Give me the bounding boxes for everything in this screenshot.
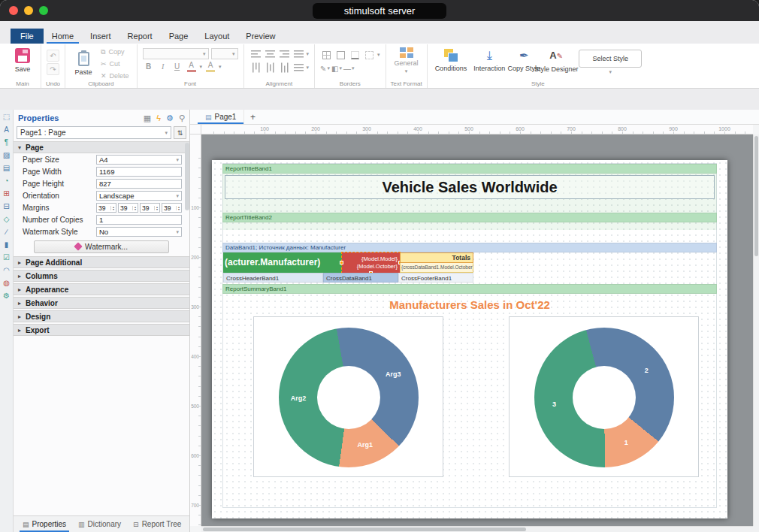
align-options-dropdown[interactable]: ▾ [307, 51, 310, 57]
undo-button[interactable]: ↶ [47, 50, 59, 62]
underline-button[interactable]: U [171, 61, 183, 72]
toolbox-select-icon[interactable]: ⬚ [3, 113, 10, 121]
crosstab-totals-cell[interactable]: Totals [400, 252, 473, 263]
close-window-button[interactable] [9, 6, 18, 15]
select-style-control[interactable]: Select Style ▾ [579, 50, 642, 75]
section-export[interactable]: ▸Export [14, 324, 189, 336]
section-page-additional[interactable]: ▸Page Additional [14, 256, 189, 268]
ribbon-tab-insert[interactable]: Insert [82, 29, 119, 44]
section-behavior[interactable]: ▸Behavior [14, 297, 189, 309]
chart-section-title[interactable]: Manufacturers Sales in Oct'22 [212, 298, 727, 311]
prop-select-orientation[interactable]: Landscape▾ [96, 191, 182, 201]
split-view-icon[interactable]: ▦ [144, 114, 151, 122]
font-color-button[interactable]: A [186, 61, 198, 72]
conditions-button[interactable]: Conditions [433, 47, 470, 74]
interaction-button[interactable]: ⤓ Interaction [471, 47, 507, 74]
align-bottom-icon[interactable] [278, 62, 291, 74]
chart-component-left[interactable]: Arg3Arg1Arg2 [253, 316, 443, 477]
toolbox-checkbox-icon[interactable]: ☑ [3, 254, 10, 261]
text-rotate-icon[interactable] [292, 62, 305, 74]
selection-handle[interactable] [340, 261, 343, 264]
align-middle-icon[interactable] [264, 62, 277, 74]
band-cross-header[interactable]: CrossHeaderBand1 [223, 273, 323, 283]
ribbon-tab-file[interactable]: File [11, 29, 44, 44]
style-designer-button[interactable]: A✎ Style Designer [540, 47, 572, 74]
toolbox-band-icon[interactable]: ▤ [3, 165, 10, 172]
save-button[interactable]: Save [10, 47, 35, 74]
watermark-button[interactable]: Watermark... [34, 240, 169, 253]
section-appearance[interactable]: ▸Appearance [14, 283, 189, 295]
text-format-dropdown[interactable]: ▾ [405, 68, 408, 74]
border-options-dropdown[interactable]: ▾ [377, 52, 380, 58]
design-vertical-scrollbar[interactable] [753, 135, 759, 526]
panel-tab-report-tree[interactable]: ⊟Report Tree [127, 516, 187, 532]
align-right-icon[interactable] [278, 49, 291, 60]
prop-input-page-height[interactable]: 827 [96, 179, 182, 189]
band-cross-footer[interactable]: CrossFooterBand1 [398, 273, 473, 283]
report-title-textbox[interactable]: Vehicle Sales Worldwide [225, 175, 715, 199]
toolbox-line-icon[interactable]: ∕ [6, 228, 8, 236]
section-page[interactable]: ▾ Page [14, 141, 189, 153]
font-size-select[interactable]: ▾ [211, 48, 238, 59]
toolbox-text-icon[interactable]: A [4, 126, 9, 134]
properties-scrollbar[interactable] [185, 143, 189, 210]
select-style-box[interactable]: Select Style [579, 50, 642, 68]
border-style-button[interactable]: —▾ [343, 65, 355, 73]
copy-button[interactable]: ⧉ Copy [98, 47, 132, 57]
settings-gear-icon[interactable]: ⚙ [166, 114, 174, 122]
toolbox-chart-icon[interactable]: ◔ [4, 177, 8, 185]
crosstab-data-cell-selected[interactable]: {Model.Model} {Model.October} [342, 252, 400, 273]
band-report-title-1[interactable]: ReportTitleBand1 [222, 164, 717, 174]
toolbox-table-icon[interactable]: ⊞ [3, 190, 9, 198]
highlight-dropdown[interactable]: ▾ [219, 64, 222, 70]
page-tab-page1[interactable]: ▤ Page1 [198, 110, 244, 124]
section-columns[interactable]: ▸Columns [14, 270, 189, 282]
add-page-button[interactable]: + [244, 110, 261, 124]
border-outer-icon[interactable] [334, 50, 347, 61]
design-horizontal-scrollbar[interactable] [201, 526, 753, 532]
toolbox-shape-icon[interactable]: ◇ [4, 216, 10, 223]
align-justify-icon[interactable] [292, 49, 305, 60]
font-color-dropdown[interactable]: ▾ [200, 64, 203, 70]
italic-button[interactable]: I [157, 61, 169, 72]
panel-tab-dictionary[interactable]: ▥Dictionary [72, 516, 127, 532]
band-report-summary[interactable]: ReportSummaryBand1 [222, 284, 717, 294]
border-pen-button[interactable]: ✎▾ [320, 65, 330, 73]
minimize-window-button[interactable] [24, 6, 33, 15]
ribbon-tab-preview[interactable]: Preview [237, 29, 283, 44]
toolbox-settings-icon[interactable]: ⚙ [3, 292, 10, 300]
margin-spinner[interactable]: 39▴▾ [162, 203, 182, 213]
paste-button[interactable]: Paste [71, 50, 96, 77]
margin-spinner[interactable]: 39▴▾ [118, 203, 138, 213]
cut-button[interactable]: ✂ Cut [98, 59, 132, 69]
band-cross-data[interactable]: CrossDataBand1 [323, 273, 398, 283]
prop-select-watermark-style[interactable]: No▾ [96, 227, 182, 237]
report-page[interactable]: ReportTitleBand1 Vehicle Sales Worldwide… [212, 160, 727, 518]
margin-spinner[interactable]: 39▴▾ [140, 203, 160, 213]
ribbon-tab-home[interactable]: Home [44, 29, 82, 44]
redo-button[interactable]: ↷ [47, 63, 59, 75]
ribbon-tab-page[interactable]: Page [161, 29, 197, 44]
valign-options-dropdown[interactable]: ▾ [307, 65, 310, 71]
events-icon[interactable]: ϟ [156, 114, 161, 122]
toolbox-gauge-icon[interactable]: ◠ [3, 267, 10, 274]
toolbox-map-icon[interactable]: ◍ [3, 280, 10, 287]
toolbox-image-icon[interactable]: ▨ [3, 152, 10, 159]
select-style-dropdown[interactable]: ▾ [609, 69, 612, 75]
prop-input-number-of-copies[interactable]: 1 [96, 215, 182, 225]
highlight-color-button[interactable]: A [204, 61, 216, 72]
pin-icon[interactable]: ⚲ [179, 114, 185, 122]
toolbox-cross-tab-icon[interactable]: ⊟ [3, 203, 9, 210]
ribbon-tab-layout[interactable]: Layout [196, 29, 237, 44]
sort-properties-button[interactable]: ⇅ [174, 126, 186, 139]
align-left-icon[interactable] [249, 49, 262, 60]
bold-button[interactable]: B [143, 61, 155, 72]
border-bottom-icon[interactable] [349, 50, 361, 61]
align-center-icon[interactable] [264, 49, 277, 60]
section-design[interactable]: ▸Design [14, 310, 189, 322]
toolbox-rich-text-icon[interactable]: ¶ [5, 139, 8, 147]
band-report-title-2[interactable]: ReportTitleBand2 [222, 213, 717, 222]
toolbox-barcode-icon[interactable]: ▮ [5, 241, 9, 249]
chart-component-right[interactable]: 213 [509, 316, 699, 477]
margin-spinner[interactable]: 39▴▾ [96, 203, 116, 213]
